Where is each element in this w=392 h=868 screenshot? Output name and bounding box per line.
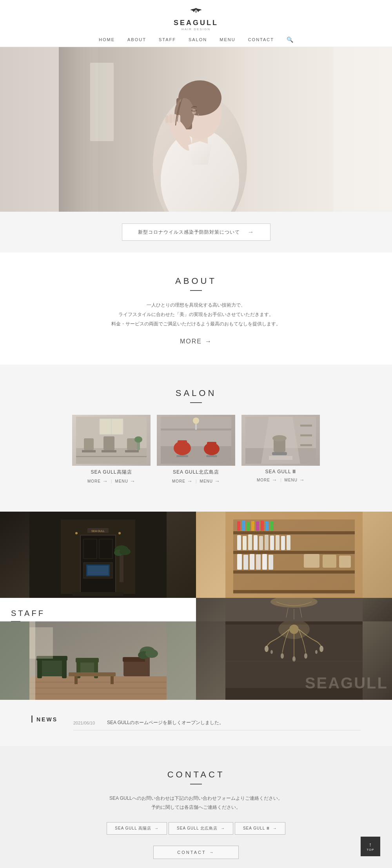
contact-section: CONTACT SEA GULLへのお問い合わせは下記のお問い合わせフォームより… [0, 746, 392, 868]
nav-about[interactable]: ABOUT [127, 37, 146, 42]
svg-point-136 [281, 653, 284, 659]
svg-rect-57 [87, 566, 109, 575]
staff-image-chandelier-full: SEAGULL [196, 621, 392, 700]
svg-rect-122 [69, 672, 116, 676]
salon-links-1: MORE → | MENU → [72, 478, 151, 484]
contact-salon-btn-3[interactable]: SEA GULL Ⅲ → [235, 822, 285, 835]
salon-name-3: SEA GULL Ⅲ [241, 469, 320, 474]
news-text: SEA GULLのホームページを新しくオープンしました。 [107, 719, 224, 726]
svg-rect-44 [272, 452, 287, 455]
svg-rect-12 [165, 115, 169, 123]
logo-bird-icon [189, 7, 203, 18]
salon-menu-3[interactable]: MENU [285, 478, 298, 482]
contact-main-button[interactable]: CONTACT → [153, 846, 238, 859]
salon-more-1[interactable]: MORE [87, 479, 101, 483]
svg-rect-40 [195, 424, 197, 430]
search-icon[interactable]: 🔍 [287, 36, 293, 43]
news-section: NEWS 2021/06/10 SEA GULLのホームページを新しくオープンし… [0, 700, 392, 746]
svg-point-137 [304, 653, 307, 659]
about-line3: 料金・サービスの両面でご満足いただけるよう最高のおもてなしを提供します。 [8, 319, 384, 329]
site-name: SEAGULL [174, 19, 218, 27]
svg-point-66 [118, 532, 121, 534]
about-more-arrow: → [205, 338, 212, 345]
nav-contact[interactable]: CONTACT [248, 37, 274, 42]
svg-point-139 [270, 650, 273, 654]
svg-rect-124 [111, 676, 114, 684]
svg-rect-47 [300, 425, 312, 427]
svg-rect-34 [176, 455, 188, 457]
seagull-watermark: SEAGULL [305, 674, 392, 692]
nav-salon[interactable]: SALON [189, 37, 207, 42]
svg-point-39 [193, 418, 199, 424]
notice-text: 新型コロナウイルス感染予防防対策について [138, 229, 240, 236]
svg-text:SEA GULL: SEA GULL [91, 530, 105, 532]
svg-rect-37 [206, 455, 217, 457]
about-title: ABOUT [8, 276, 384, 286]
salon-name-2: SEA GULL北広島店 [157, 469, 235, 476]
about-more-label: MORE [180, 338, 202, 345]
svg-rect-142 [225, 661, 363, 662]
svg-rect-19 [84, 438, 94, 450]
about-more-link[interactable]: MORE → [180, 338, 212, 345]
svg-point-134 [265, 646, 269, 652]
salon-title: SALON [8, 388, 384, 398]
nav-home[interactable]: HOME [99, 37, 115, 42]
news-label: NEWS [31, 715, 58, 723]
contact-salon-links: SEA GULL 高陽店 → SEA GULL 北広島店 → SEA GULL … [8, 821, 384, 835]
svg-rect-48 [300, 434, 312, 436]
top-label: TOP [367, 848, 374, 852]
news-item: 2021/06/10 SEA GULLのホームページを新しくオープンしました。 [73, 715, 361, 730]
svg-rect-13 [169, 114, 172, 123]
svg-rect-21 [103, 436, 114, 450]
svg-rect-22 [102, 450, 116, 452]
nav-staff[interactable]: STAFF [159, 37, 176, 42]
salon-more-3[interactable]: MORE [257, 478, 270, 482]
salon-image-1 [72, 415, 151, 466]
staff-text-panel: STAFF MORE → [0, 598, 196, 621]
salon-card-3: SEA GULL Ⅲ MORE → | MENU → [241, 415, 320, 484]
contact-salon-btn-1[interactable]: SEA GULL 高陽店 → [107, 822, 167, 835]
svg-rect-20 [82, 450, 96, 452]
about-section: ABOUT 一人ひとりの理想を具現化する高い技術力で、 ライフスタイルに合わせた… [0, 252, 392, 365]
site-tagline: HAIR DESIGN [181, 27, 211, 31]
notice-section: 新型コロナウイルス感染予防防対策について → [0, 212, 392, 252]
contact-salon-btn-2[interactable]: SEA GULL 北広島店 → [169, 822, 233, 835]
staff-image-door: SEA GULL [0, 512, 196, 598]
staff-title: STAFF [11, 609, 185, 618]
svg-rect-120 [123, 660, 147, 676]
svg-rect-114 [37, 659, 42, 678]
contact-desc-2: 予約に関しては各店舗へご連絡ください。 [8, 803, 384, 812]
contact-btn-label: CONTACT [177, 850, 206, 855]
salon-menu-1[interactable]: MENU [115, 479, 128, 483]
svg-point-128 [145, 649, 158, 658]
svg-rect-101 [225, 512, 363, 598]
staff-section: SEA GULL [0, 512, 392, 700]
staff-collage-grid: SEA GULL [0, 512, 392, 700]
svg-point-135 [319, 646, 323, 652]
svg-rect-33 [178, 440, 187, 449]
salon-links-3: MORE → | MENU → [241, 477, 320, 483]
salon-more-2[interactable]: MORE [172, 479, 185, 483]
svg-rect-62 [73, 592, 123, 596]
svg-point-61 [120, 548, 131, 555]
svg-point-29 [134, 436, 142, 443]
staff-image-shelves [196, 512, 392, 598]
svg-rect-36 [207, 442, 216, 450]
salon-name-1: SEA GULL高陽店 [72, 469, 151, 476]
salon-image-3 [241, 415, 320, 466]
hero-illustration [59, 47, 333, 212]
notice-banner[interactable]: 新型コロナウイルス感染予防防対策について → [122, 223, 270, 241]
hero-section [0, 47, 392, 212]
contact-divider [190, 784, 202, 784]
salon-menu-2[interactable]: MENU [200, 479, 213, 483]
contact-title: CONTACT [8, 770, 384, 780]
salon-grid: SEA GULL高陽店 MORE → | MENU → [8, 415, 384, 484]
about-line1: 一人ひとりの理想を具現化する高い技術力で、 [8, 300, 384, 310]
top-button[interactable]: ↑ TOP [361, 837, 380, 856]
svg-rect-2 [90, 63, 114, 141]
nav-menu[interactable]: MENU [220, 37, 235, 42]
svg-rect-27 [76, 456, 147, 457]
news-date: 2021/06/10 [73, 721, 101, 725]
top-arrow-icon: ↑ [369, 842, 372, 847]
about-body: 一人ひとりの理想を具現化する高い技術力で、 ライフスタイルに合わせた「美」の実現… [8, 300, 384, 329]
